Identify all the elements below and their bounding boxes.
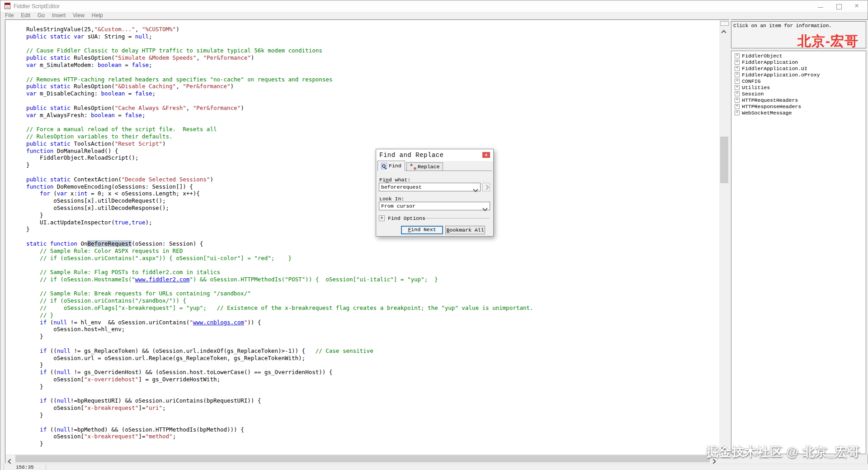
- expand-icon[interactable]: +: [735, 85, 740, 90]
- menu-insert[interactable]: Insert: [48, 12, 69, 19]
- scroll-up-icon[interactable]: [722, 28, 726, 36]
- code-line-12[interactable]: public static RulesOption("Cache Always …: [26, 104, 719, 112]
- tree-item-fiddlerapplication-ui[interactable]: +FiddlerApplication.UI: [735, 65, 866, 71]
- bookmark-all-button[interactable]: Bookmark All: [445, 226, 485, 234]
- code-line-29[interactable]: }: [26, 226, 719, 233]
- code-line-59[interactable]: }: [26, 440, 719, 447]
- expand-icon[interactable]: +: [735, 66, 740, 71]
- look-in-select[interactable]: From cursor: [379, 202, 490, 210]
- code-line-39[interactable]: // if (oSession.uriContains("/sandbox/")…: [26, 297, 719, 304]
- menu-go[interactable]: Go: [34, 12, 48, 19]
- expand-icon[interactable]: +: [735, 110, 740, 115]
- code-line-6[interactable]: var m_SimulateModem: boolean = false;: [26, 62, 719, 69]
- code-line-25[interactable]: oSessions[x].utilDecodeRequest();: [26, 197, 719, 204]
- code-line-46[interactable]: if ((null != gs_ReplaceToken) && (oSessi…: [26, 347, 719, 355]
- code-line-5[interactable]: public static RulesOption("Simulate &Mod…: [26, 54, 719, 62]
- code-line-10[interactable]: var m_DisableCaching: boolean = false;: [26, 90, 719, 97]
- code-line-37[interactable]: [26, 283, 719, 290]
- code-line-20[interactable]: }: [26, 161, 719, 169]
- expand-icon[interactable]: +: [735, 53, 740, 58]
- code-line-14[interactable]: [26, 119, 719, 126]
- expression-builder-button[interactable]: [482, 183, 490, 191]
- expand-icon[interactable]: +: [735, 72, 740, 77]
- vertical-scrollbar[interactable]: [719, 19, 729, 454]
- menu-view[interactable]: View: [69, 12, 88, 19]
- code-line-24[interactable]: for (var x:int = 0; x < oSessions.Length…: [26, 190, 719, 197]
- code-line-7[interactable]: [26, 69, 719, 76]
- code-line-56[interactable]: [26, 419, 719, 426]
- find-next-button[interactable]: Find Next: [401, 226, 443, 234]
- code-line-28[interactable]: UI.actUpdateInspector(true,true);: [26, 219, 719, 226]
- tab-replace[interactable]: AB Replace: [406, 162, 443, 171]
- code-line-38[interactable]: // Sample Rule: Break requests for URLs …: [26, 290, 719, 297]
- code-line-51[interactable]: }: [26, 383, 719, 390]
- code-line-17[interactable]: public static ToolsAction("Reset Script"…: [26, 140, 719, 147]
- code-line-23[interactable]: function DoRemoveEncoding(oSessions: Ses…: [26, 183, 719, 190]
- menu-help[interactable]: Help: [88, 12, 107, 19]
- tree-item-config[interactable]: +CONFIG: [735, 78, 866, 84]
- chevron-down-icon[interactable]: [474, 185, 477, 194]
- dialog-close-button[interactable]: x: [482, 152, 490, 158]
- code-line-47[interactable]: oSession.url = oSession.url.Replace(gs_R…: [26, 355, 719, 362]
- code-line-48[interactable]: }: [26, 361, 719, 369]
- code-line-2[interactable]: public static var sUA: String = null;: [26, 33, 719, 40]
- vertical-scroll-thumb[interactable]: [720, 137, 728, 183]
- tree-item-httprequestheaders[interactable]: +HTTPRequestHeaders: [735, 97, 866, 103]
- expand-icon[interactable]: +: [735, 91, 740, 96]
- horizontal-scrollbar[interactable]: [5, 454, 719, 463]
- tree-item-websocketmessage[interactable]: +WebSocketMessage: [735, 109, 866, 116]
- code-line-55[interactable]: }: [26, 412, 719, 419]
- menu-file[interactable]: File: [1, 12, 17, 19]
- find-what-input[interactable]: beforerequest: [379, 183, 481, 191]
- code-line-1[interactable]: RulesStringValue(25,"&Custom...", "%CUST…: [26, 26, 719, 33]
- tree-item-fiddlerapplication[interactable]: +FiddlerApplication: [735, 59, 866, 65]
- code-line-9[interactable]: public static RulesOption("&Disable Cach…: [26, 83, 719, 90]
- find-options-toggle[interactable]: +: [379, 215, 385, 221]
- code-line-50[interactable]: oSession["x-overridehost"] = gs_Override…: [26, 376, 719, 383]
- code-line-27[interactable]: }: [26, 212, 719, 219]
- code-line-35[interactable]: // Sample Rule: Flag POSTs to fiddler2.c…: [26, 269, 719, 276]
- close-button[interactable]: ×: [848, 0, 866, 12]
- expand-icon[interactable]: +: [735, 79, 740, 84]
- expand-icon[interactable]: +: [735, 98, 740, 103]
- code-line-44[interactable]: }: [26, 333, 719, 340]
- horizontal-scroll-thumb[interactable]: [15, 455, 710, 462]
- code-line-41[interactable]: // }: [26, 312, 719, 319]
- code-line-32[interactable]: // Sample Rule: Color ASPX requests in R…: [26, 247, 719, 255]
- code-line-18[interactable]: function DoManualReload() {: [26, 147, 719, 155]
- code-line-40[interactable]: // oSession.oFlags["x-breakrequest"] = "…: [26, 304, 719, 312]
- code-line-21[interactable]: [26, 169, 719, 176]
- code-line-31[interactable]: static function OnBeforeRequest(oSession…: [26, 240, 719, 247]
- code-line-8[interactable]: // Removes HTTP-caching related headers …: [26, 76, 719, 83]
- minimize-button[interactable]: [811, 0, 830, 12]
- code-line-4[interactable]: // Cause Fiddler Classic to delay HTTP t…: [26, 47, 719, 54]
- code-line-30[interactable]: [26, 233, 719, 240]
- dialog-titlebar[interactable]: Find and Replace x: [376, 149, 493, 161]
- code-line-13[interactable]: var m_AlwaysFresh: boolean = false;: [26, 112, 719, 119]
- code-line-36[interactable]: // if (oSession.HostnameIs("www.fiddler2…: [26, 276, 719, 283]
- code-line-15[interactable]: // Force a manual reload of the script f…: [26, 126, 719, 133]
- code-line-19[interactable]: FiddlerObject.ReloadScript();: [26, 154, 719, 161]
- code-line-3[interactable]: [26, 40, 719, 47]
- tree-item-utilities[interactable]: +Utilities: [735, 84, 866, 90]
- code-line-22[interactable]: public static ContextAction("Decode Sele…: [26, 176, 719, 183]
- code-line-54[interactable]: oSession["x-breakrequest"]="uri";: [26, 404, 719, 412]
- code-line-33[interactable]: // if (oSession.uriContains(".aspx")) { …: [26, 255, 719, 262]
- code-line-34[interactable]: [26, 261, 719, 269]
- tree-item-fiddlerobject[interactable]: +FiddlerObject: [735, 52, 866, 59]
- maximize-button[interactable]: [830, 0, 848, 12]
- code-line-42[interactable]: if (null != hl_env && oSession.uriContai…: [26, 319, 719, 326]
- chevron-down-icon[interactable]: [483, 204, 487, 213]
- expand-icon[interactable]: +: [735, 60, 740, 65]
- expand-icon[interactable]: +: [735, 104, 740, 109]
- menu-edit[interactable]: Edit: [17, 12, 34, 19]
- code-line-11[interactable]: [26, 97, 719, 104]
- code-line-49[interactable]: if ((null != gs_OverridenHost) && (oSess…: [26, 369, 719, 376]
- code-line-57[interactable]: if ((null!=bpMethod) && (oSession.HTTPMe…: [26, 426, 719, 433]
- tab-find[interactable]: Find: [377, 161, 405, 171]
- code-editor[interactable]: RulesStringValue(25,"&Custom...", "%CUST…: [5, 19, 719, 454]
- code-line-26[interactable]: oSessions[x].utilDecodeResponse();: [26, 204, 719, 212]
- tree-item-httpresponseheaders[interactable]: +HTTPResponseHeaders: [735, 103, 866, 109]
- code-line-52[interactable]: [26, 390, 719, 398]
- code-line-58[interactable]: oSession["x-breakrequest"]="method";: [26, 433, 719, 440]
